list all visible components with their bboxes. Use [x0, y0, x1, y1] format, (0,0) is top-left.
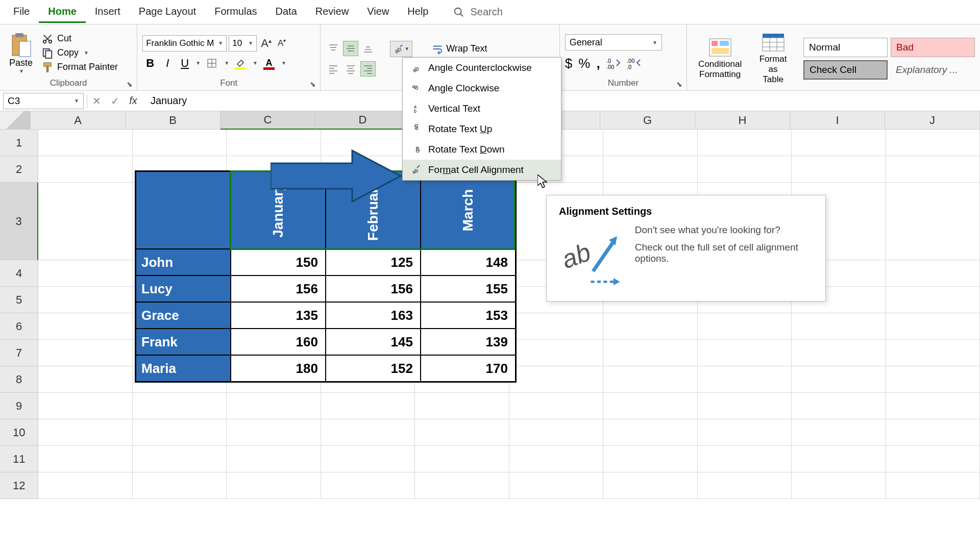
cell[interactable] — [38, 393, 132, 419]
menu-insert[interactable]: Insert — [86, 2, 130, 23]
chevron-down-icon[interactable]: ▼ — [224, 60, 229, 66]
cell[interactable] — [886, 446, 980, 472]
orientation-button[interactable]: ab ▼ — [390, 41, 412, 57]
table-row-name[interactable]: Lucy — [136, 276, 231, 302]
table-row-name[interactable]: Maria — [136, 355, 231, 382]
cell[interactable] — [792, 366, 886, 393]
cell[interactable] — [886, 130, 980, 156]
cell[interactable] — [38, 183, 132, 260]
cell[interactable] — [227, 419, 321, 446]
fx-icon[interactable]: fx — [124, 95, 142, 107]
cell[interactable] — [603, 366, 697, 393]
cell[interactable] — [321, 393, 415, 419]
cell[interactable] — [886, 419, 980, 446]
table-row-name[interactable]: Frank — [136, 329, 231, 355]
chevron-down-icon[interactable]: ▼ — [281, 60, 286, 66]
table-cell-value[interactable]: 180 — [231, 355, 326, 382]
cell[interactable] — [603, 313, 697, 340]
orientation-menu-item[interactable]: abRotate Text Down — [403, 139, 561, 160]
orientation-menu-item[interactable]: abAngle Counterclockwise — [403, 58, 561, 78]
cell[interactable] — [38, 287, 132, 313]
table-cell-value[interactable]: 150 — [231, 249, 326, 276]
table-cell-value[interactable]: 163 — [326, 302, 421, 329]
cell[interactable] — [698, 446, 792, 472]
cell[interactable] — [38, 419, 132, 446]
style-check-cell[interactable]: Check Cell — [803, 60, 888, 80]
percent-button[interactable]: % — [578, 56, 590, 71]
font-family-combo[interactable]: Franklin Gothic M▼ — [142, 35, 227, 52]
cell[interactable] — [886, 183, 980, 260]
chevron-down-icon[interactable]: ▼ — [195, 60, 201, 66]
align-center-button[interactable] — [343, 61, 358, 77]
cell[interactable] — [603, 130, 697, 156]
cell[interactable] — [38, 446, 132, 472]
number-format-combo[interactable]: General▼ — [565, 34, 662, 51]
table-row-name[interactable]: Grace — [136, 302, 231, 329]
bold-button[interactable]: B — [142, 56, 158, 71]
decrease-font-icon[interactable]: A▾ — [276, 38, 288, 48]
cell[interactable] — [509, 393, 603, 419]
comma-button[interactable]: , — [596, 56, 600, 71]
row-header-12[interactable]: 12 — [0, 472, 38, 499]
row-header-9[interactable]: 9 — [0, 393, 38, 419]
row-header-6[interactable]: 6 — [0, 313, 38, 340]
cell[interactable] — [792, 393, 886, 419]
col-header-C[interactable]: C — [220, 111, 315, 130]
col-header-H[interactable]: H — [695, 111, 790, 130]
orientation-menu-item[interactable]: abVertical Text — [403, 98, 561, 119]
cell[interactable] — [321, 446, 415, 472]
style-explanatory[interactable]: Explanatory ... — [891, 60, 975, 80]
col-header-D[interactable]: D — [315, 111, 410, 130]
increase-decimal-icon[interactable]: .0.00 — [606, 56, 621, 70]
cell[interactable] — [792, 419, 886, 446]
table-corner-cell[interactable] — [136, 171, 231, 249]
cell[interactable] — [227, 446, 321, 472]
search-area[interactable]: Search — [453, 6, 503, 18]
col-header-A[interactable]: A — [31, 111, 126, 130]
cell[interactable] — [227, 472, 321, 499]
cell[interactable] — [38, 260, 132, 287]
table-cell-value[interactable]: 153 — [421, 302, 516, 329]
row-header-7[interactable]: 7 — [0, 340, 38, 366]
cell[interactable] — [38, 313, 132, 340]
currency-button[interactable]: $ — [565, 56, 572, 71]
cell[interactable] — [886, 340, 980, 366]
table-cell-value[interactable]: 155 — [421, 276, 516, 302]
col-header-J[interactable]: J — [885, 111, 980, 130]
row-header-3[interactable]: 3 — [0, 183, 38, 260]
cell[interactable] — [509, 446, 603, 472]
borders-button[interactable] — [203, 56, 221, 71]
cell[interactable] — [698, 419, 792, 446]
cell[interactable] — [415, 446, 509, 472]
col-header-I[interactable]: I — [790, 111, 885, 130]
cell[interactable] — [886, 313, 980, 340]
table-cell-value[interactable]: 156 — [326, 276, 421, 302]
menu-formulas[interactable]: Formulas — [205, 2, 266, 23]
table-cell-value[interactable]: 145 — [326, 329, 421, 355]
table-cell-value[interactable]: 139 — [421, 329, 516, 355]
conditional-formatting-button[interactable]: Conditional Formatting — [692, 36, 748, 82]
align-bottom-button[interactable] — [360, 41, 376, 56]
chevron-down-icon[interactable]: ▼ — [253, 60, 258, 66]
cell[interactable] — [603, 446, 697, 472]
col-header-G[interactable]: G — [600, 111, 695, 130]
cell[interactable] — [792, 472, 886, 499]
table-cell-value[interactable]: 135 — [231, 302, 326, 329]
cell[interactable] — [792, 446, 886, 472]
cell[interactable] — [133, 446, 227, 472]
menu-help[interactable]: Help — [398, 2, 437, 23]
menu-home[interactable]: Home — [39, 2, 86, 23]
format-painter-button[interactable]: Format Painter — [42, 62, 118, 73]
table-cell-value[interactable]: 152 — [326, 355, 421, 382]
cell[interactable] — [509, 313, 603, 340]
menu-view[interactable]: View — [358, 2, 398, 23]
cell[interactable] — [133, 393, 227, 419]
row-header-4[interactable]: 4 — [0, 260, 38, 287]
cell[interactable] — [886, 472, 980, 499]
cell[interactable] — [886, 366, 980, 393]
menu-page-layout[interactable]: Page Layout — [130, 2, 205, 23]
row-header-11[interactable]: 11 — [0, 446, 38, 472]
name-box[interactable]: C3▼ — [3, 93, 84, 109]
cell[interactable] — [38, 130, 132, 156]
cancel-formula-icon[interactable]: ✕ — [87, 95, 106, 107]
